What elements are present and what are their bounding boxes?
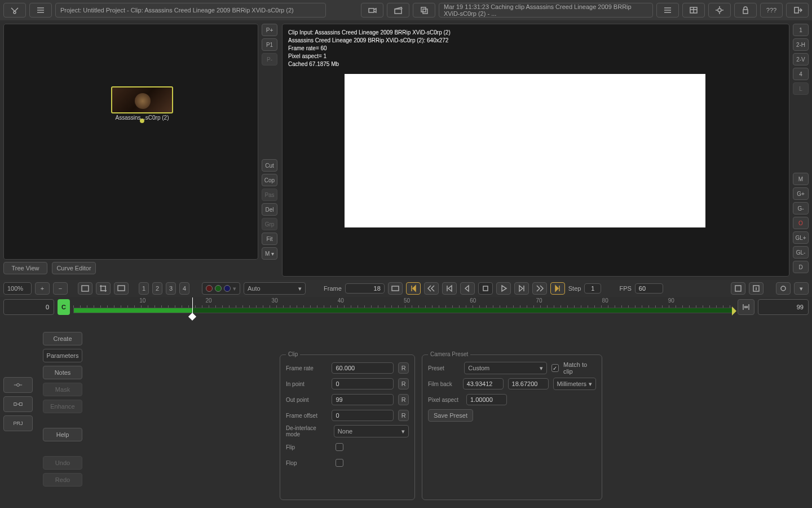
paste-button[interactable]: Pas: [262, 189, 277, 201]
range-end-handle[interactable]: [732, 306, 736, 316]
tab-tree-view[interactable]: Tree View: [3, 262, 47, 274]
key-start-icon[interactable]: [406, 282, 421, 295]
viewer[interactable]: Clip Input: Assassins Creed Lineage 2009…: [282, 24, 789, 277]
cache-indicator[interactable]: C: [58, 299, 70, 315]
next-frame-icon[interactable]: [514, 282, 529, 295]
key-end-icon[interactable]: [550, 282, 565, 295]
gl-minus-button[interactable]: GL-: [793, 246, 809, 259]
rewind-icon[interactable]: [424, 282, 439, 295]
fit-range-icon[interactable]: [738, 299, 754, 315]
preset-1[interactable]: 1: [139, 282, 149, 295]
reset-button[interactable]: R: [398, 410, 409, 421]
pixel-aspect-input[interactable]: [466, 394, 507, 405]
blue-channel[interactable]: [224, 285, 231, 292]
layout-1-button[interactable]: 1: [793, 24, 809, 36]
zoom-out-button[interactable]: −: [53, 282, 68, 295]
timeline-start[interactable]: 0: [3, 299, 54, 315]
redo-button[interactable]: Redo: [43, 473, 82, 487]
frame-input[interactable]: [345, 283, 385, 294]
list-icon[interactable]: [29, 3, 52, 17]
crop-icon[interactable]: [96, 282, 111, 295]
p-minus-button[interactable]: P-: [262, 53, 277, 65]
green-channel[interactable]: [215, 285, 222, 292]
p1-button[interactable]: P1: [262, 38, 277, 51]
layout-2h-button[interactable]: 2-H: [793, 38, 809, 51]
preset-3[interactable]: 3: [166, 282, 176, 295]
filmback-h-input[interactable]: [508, 378, 549, 389]
gl-plus-button[interactable]: GL+: [793, 231, 809, 244]
reset-button[interactable]: R: [398, 378, 409, 389]
copy-icon[interactable]: [413, 3, 435, 17]
layout-l-button[interactable]: L: [793, 82, 809, 95]
timeline[interactable]: 10 20 30 40 50 60 70 80 90: [73, 297, 734, 317]
enhance-button[interactable]: Enhance: [43, 400, 82, 413]
frame-offset-input[interactable]: [332, 410, 394, 421]
unit-select[interactable]: Millimeters▾: [553, 378, 596, 390]
fps-input[interactable]: [635, 283, 663, 294]
info-icon[interactable]: [749, 282, 764, 295]
help-button[interactable]: Help: [43, 428, 82, 441]
undo-button[interactable]: Undo: [43, 456, 82, 470]
mask-button[interactable]: Mask: [43, 383, 82, 396]
auto-select[interactable]: Auto▾: [244, 282, 306, 295]
tab-curve-editor[interactable]: Curve Editor: [52, 262, 96, 274]
snap-icon[interactable]: [731, 282, 745, 295]
notes-button[interactable]: Notes: [43, 366, 82, 379]
m-menu-button[interactable]: M ▾: [262, 247, 277, 260]
out-point-input[interactable]: [332, 394, 394, 405]
d-button[interactable]: D: [793, 261, 809, 273]
timeline-track[interactable]: [73, 308, 734, 313]
create-button[interactable]: Create: [43, 332, 82, 345]
timeline-end[interactable]: 99: [758, 299, 809, 315]
match-checkbox[interactable]: [551, 364, 559, 372]
cut-button[interactable]: Cut: [262, 159, 277, 172]
save-preset-button[interactable]: Save Preset: [428, 409, 473, 422]
parameters-button[interactable]: Parameters: [43, 349, 82, 362]
preset-4[interactable]: 4: [179, 282, 189, 295]
lines-icon[interactable]: [656, 3, 679, 17]
panels-icon[interactable]: [682, 3, 705, 17]
exit-icon[interactable]: [786, 3, 809, 17]
lock-icon[interactable]: [734, 3, 757, 17]
settings-icon[interactable]: [776, 282, 791, 295]
play-button[interactable]: [496, 282, 511, 295]
export-mode-icon[interactable]: [3, 396, 33, 412]
p-plus-button[interactable]: P+: [262, 24, 277, 36]
gamma-minus-button[interactable]: G-: [793, 202, 809, 214]
gamma-plus-button[interactable]: G+: [793, 187, 809, 200]
help-button[interactable]: ???: [760, 3, 783, 17]
preset-select[interactable]: Custom▾: [464, 362, 546, 374]
step-back-icon[interactable]: [460, 282, 475, 295]
group-button[interactable]: Grp: [262, 218, 277, 230]
filmback-w-input[interactable]: [463, 378, 504, 389]
deinterlace-select[interactable]: None▾: [334, 425, 409, 437]
flip-checkbox[interactable]: [336, 443, 343, 451]
zoom-in-button[interactable]: +: [35, 282, 50, 295]
clapper-icon[interactable]: [387, 3, 409, 17]
step-input[interactable]: [584, 283, 601, 294]
tree-view[interactable]: Assassins ..sC0rp (2): [3, 24, 258, 260]
monitor-icon[interactable]: [114, 282, 129, 295]
fit-button[interactable]: Fit: [262, 233, 277, 245]
node-thumbnail[interactable]: [111, 86, 173, 113]
rgb-channels[interactable]: ▾: [202, 282, 240, 295]
zoom-select[interactable]: 100%: [3, 282, 32, 295]
project-icon[interactable]: PRJ: [3, 415, 33, 431]
red-channel[interactable]: [206, 285, 213, 292]
frame-rate-input[interactable]: [332, 362, 394, 374]
gear-icon[interactable]: [708, 3, 731, 17]
camera-icon[interactable]: [361, 3, 383, 17]
clip-node[interactable]: Assassins ..sC0rp (2): [111, 86, 173, 123]
layout-4-button[interactable]: 4: [793, 68, 809, 80]
flop-checkbox[interactable]: [336, 459, 343, 467]
dropdown-icon[interactable]: ▾: [794, 282, 809, 295]
prev-frame-icon[interactable]: [442, 282, 457, 295]
preset-2[interactable]: 2: [152, 282, 162, 295]
safe-area-icon[interactable]: [78, 282, 92, 295]
display-icon[interactable]: [388, 282, 403, 295]
fast-forward-icon[interactable]: [532, 282, 547, 295]
layout-2v-button[interactable]: 2-V: [793, 53, 809, 65]
reset-button[interactable]: R: [398, 362, 409, 374]
in-point-input[interactable]: [332, 378, 394, 389]
node-mode-icon[interactable]: [3, 377, 33, 393]
